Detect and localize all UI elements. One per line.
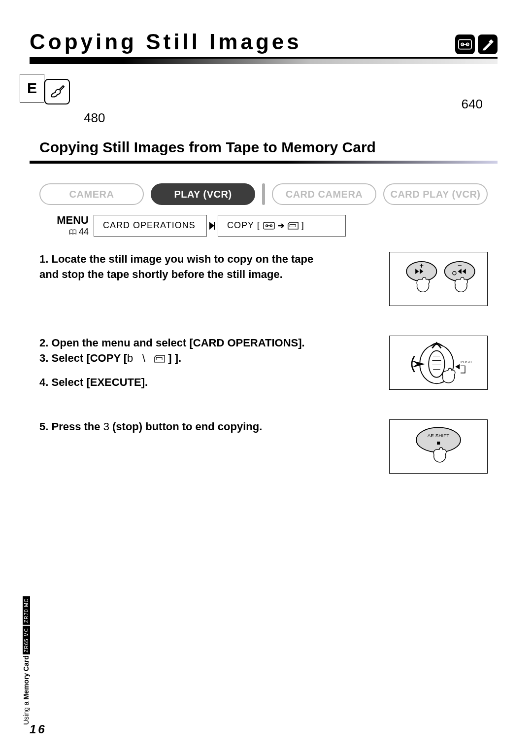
model-zr65: ZR65 MC xyxy=(23,626,30,654)
note-icon xyxy=(44,79,70,104)
pen-icon xyxy=(478,34,498,54)
mode-card-camera: CARD CAMERA xyxy=(272,183,376,205)
path-copy: COPY [ ➔ ] xyxy=(218,215,346,237)
svg-rect-17 xyxy=(156,357,162,360)
s5a: 5. Press the xyxy=(39,420,103,433)
step-5-text: 5. Press the 3 (stop) button to end copy… xyxy=(39,419,262,435)
step-3-text: 3. Select [COPY [b \ ] ]. xyxy=(39,351,305,366)
card-small-icon xyxy=(154,355,165,363)
mode-bar: CAMERA PLAY (VCR) CARD CAMERA CARD PLAY … xyxy=(39,183,488,205)
step-2-text: 2. Open the menu and select [CARD OPERAT… xyxy=(39,336,305,351)
title-rule xyxy=(30,57,498,64)
s3d: ] ]. xyxy=(168,352,181,364)
step-5: 5. Press the 3 (stop) button to end copy… xyxy=(39,419,488,474)
menu-path: MENU 44 CARD OPERATIONS COPY [ ➔ ] xyxy=(39,214,488,237)
figure-selector-dial: PUSH xyxy=(389,336,488,390)
language-tab-e: E xyxy=(20,74,44,103)
copy-suffix: ] xyxy=(301,220,304,231)
tape-small-icon xyxy=(263,222,275,230)
path-card-operations: CARD OPERATIONS xyxy=(94,215,207,237)
mode-separator xyxy=(262,183,265,205)
mode-camera: CAMERA xyxy=(39,183,144,205)
svg-text:−: − xyxy=(458,262,462,270)
side-text: Using a Memory Card xyxy=(22,655,30,725)
s5b: 3 xyxy=(103,420,109,433)
s5c: (stop) button to end copying. xyxy=(109,420,262,433)
svg-text:+: + xyxy=(420,262,424,270)
section-rule xyxy=(30,161,498,164)
path-arrow-icon xyxy=(207,215,218,237)
s3a: 3. Select [COPY [ xyxy=(39,352,127,364)
s3c: \ xyxy=(142,352,145,364)
value-640: 640 xyxy=(462,97,483,112)
copy-prefix: COPY [ xyxy=(227,220,260,231)
arrow-right-icon: ➔ xyxy=(278,221,285,230)
tape-icon xyxy=(455,34,475,54)
intro-block: 480 640 xyxy=(44,79,498,104)
mode-card-play-vcr: CARD PLAY (VCR) xyxy=(383,183,488,205)
svg-rect-11 xyxy=(290,224,296,227)
push-label: PUSH xyxy=(461,360,472,364)
figure-stop-button: AE SHIFT ■ xyxy=(389,419,488,474)
book-icon xyxy=(69,229,77,235)
page-title: Copying Still Images xyxy=(30,30,302,54)
side-text-prefix: Using a xyxy=(22,699,30,724)
mode-play-vcr: PLAY (VCR) xyxy=(151,183,255,205)
value-480: 480 xyxy=(84,110,105,126)
step-1-text: 1. Locate the still image you wish to co… xyxy=(39,252,325,282)
ae-shift-label: AE SHIFT xyxy=(428,433,449,438)
card-small-icon xyxy=(288,222,299,230)
menu-page-ref: 44 xyxy=(79,227,89,237)
s3b: b xyxy=(127,352,133,364)
page-number: 16 xyxy=(30,722,47,736)
step-1: 1. Locate the still image you wish to co… xyxy=(39,252,488,306)
step-2-3-4: 2. Open the menu and select [CARD OPERAT… xyxy=(39,336,488,390)
svg-text:■: ■ xyxy=(436,440,440,447)
section-heading: Copying Still Images from Tape to Memory… xyxy=(39,139,498,156)
menu-label: MENU 44 xyxy=(39,214,94,237)
side-text-bold: Memory Card xyxy=(22,655,30,699)
step-4-text: 4. Select [EXECUTE]. xyxy=(39,375,305,390)
step-2-3-4-text: 2. Open the menu and select [CARD OPERAT… xyxy=(39,336,305,390)
menu-word: MENU xyxy=(39,214,89,227)
model-zr70: ZR70 MC xyxy=(23,596,30,625)
header-icons xyxy=(455,34,498,54)
side-tab: ZR70 MC ZR65 MC Using a Memory Card xyxy=(21,596,32,724)
figure-play-rew-buttons: + − xyxy=(389,252,488,306)
svg-point-19 xyxy=(429,351,444,378)
